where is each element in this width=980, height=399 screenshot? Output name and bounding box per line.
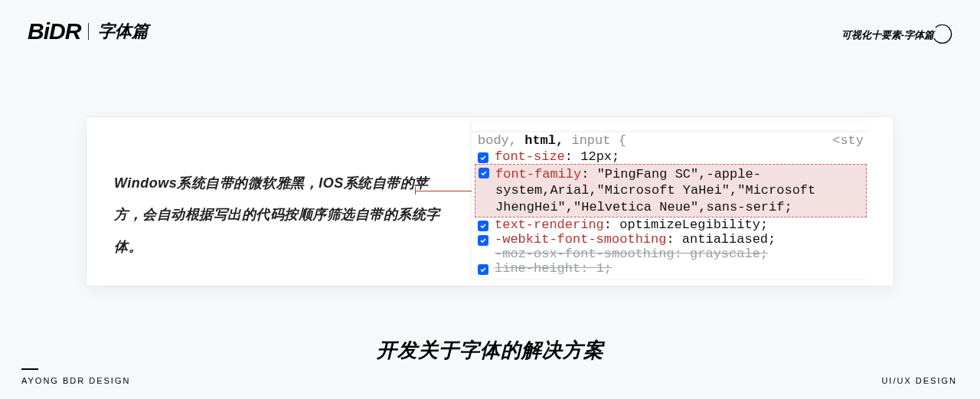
header: BiDR 字体篇 [28,18,149,44]
css-value: optimizeLegibility [619,217,760,232]
css-prop: font-size [495,149,565,164]
rule-font-size: font-size: 12px; [472,149,870,164]
footer-right-text: UI/UX DESIGN [881,376,957,385]
rule-moz-smoothing-disabled: -moz-osx-font-smoothing: grayscale; [472,247,870,261]
css-value: antialiased [682,232,768,247]
selector-html: html, [517,133,564,148]
arc-icon [931,25,952,46]
checkbox-icon[interactable] [478,264,488,275]
css-value: 1 [596,261,604,276]
css-prop: -webkit-font-smoothing [495,232,666,247]
breadcrumb-text: 可视化十要素-字体篇 [841,28,934,42]
css-selector-line: body, html, input { <sty [472,132,870,149]
css-prop: font-family [495,167,581,182]
css-prop: text-rendering [495,217,604,232]
rule-text-rendering: text-rendering: optimizeLegibility; [472,217,870,232]
footer-left: AYONG BDR DESIGN [21,368,130,385]
code-panel: body, html, input { <sty font-size: 12px… [472,121,870,279]
page-subtitle: 字体篇 [98,20,149,43]
rule-font-family-highlighted: font-family: "PingFang SC",-apple-system… [475,164,867,217]
style-tag-fragment: <sty [832,133,864,148]
rule-webkit-smoothing: -webkit-font-smoothing: antialiased; [472,232,870,247]
checkbox-icon[interactable] [478,152,488,163]
checkbox-icon[interactable] [478,221,488,231]
selector-input: input [564,133,618,148]
pointer-line [415,190,472,191]
logo: BiDR [28,18,80,44]
checkbox-icon[interactable] [478,235,488,246]
footer-left-text: AYONG BDR DESIGN [21,376,130,385]
description-text: Windows系统自带的微软雅黑，IOS系统自带的苹方，会自动根据写出的代码按顺… [114,168,442,263]
css-value: grayscale [690,247,760,261]
css-value: 12px [580,149,612,164]
css-prop: line-height [495,261,580,276]
description-panel: Windows系统自带的微软雅黑，IOS系统自带的苹方，会自动根据写出的代码按顺… [87,117,469,286]
header-divider [88,23,89,40]
footer-dash-icon [21,368,38,370]
section-title: 开发关于字体的解决方案 [0,337,980,364]
selector-body: body, [478,133,517,148]
checkbox-icon[interactable] [479,168,489,178]
css-prop: -moz-osx-font-smoothing [495,247,675,261]
brace-open: { [619,133,626,148]
rule-line-height: line-height: 1; [472,261,870,276]
breadcrumb: 可视化十要素-字体篇 [841,25,952,46]
